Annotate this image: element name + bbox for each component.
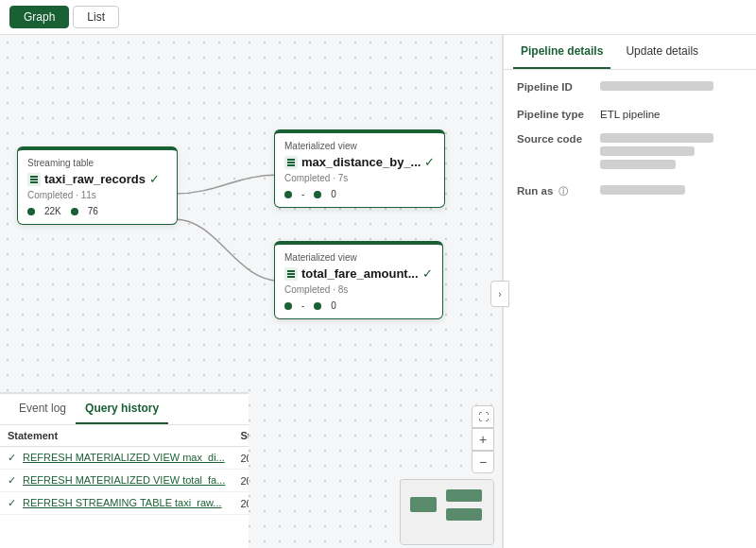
pipeline-id-blur xyxy=(600,81,713,91)
node-type-label: Streaming table xyxy=(27,158,167,168)
stat2: 0 xyxy=(331,300,336,311)
pipeline-type-value: ETL pipeline xyxy=(600,109,743,120)
node-check-icon: ✓ xyxy=(422,266,433,281)
row-status-icon: ✓ xyxy=(8,474,16,486)
node-icon xyxy=(284,267,298,281)
sidebar-collapse-button[interactable]: › xyxy=(490,281,509,307)
node-title: max_distance_by_... xyxy=(301,155,421,169)
pipeline-id-row: Pipeline ID xyxy=(517,81,743,95)
row-status-icon: ✓ xyxy=(8,497,16,508)
dot-green2 xyxy=(314,302,321,310)
stat1: - xyxy=(301,300,304,311)
statement-link[interactable]: REFRESH MATERIALIZED VIEW max_di... xyxy=(23,452,225,463)
cell-statement: ✓ REFRESH MATERIALIZED VIEW total_fa... xyxy=(0,470,232,492)
table-row: ✓ REFRESH MATERIALIZED VIEW total_fa... … xyxy=(0,470,249,492)
main-area: Streaming table taxi_raw_records ✓ Compl… xyxy=(0,35,756,548)
svg-rect-5 xyxy=(287,164,295,166)
dot-green2 xyxy=(71,208,78,215)
dot-green xyxy=(284,302,292,310)
stat1: 22K xyxy=(44,206,61,216)
stat1: - xyxy=(301,189,304,199)
stat2: 76 xyxy=(88,206,98,216)
node-status: Completed · 8s xyxy=(284,284,433,295)
sidebar-content: Pipeline ID Pipeline type ETL pipeline S… xyxy=(504,70,756,224)
list-tab[interactable]: List xyxy=(73,6,119,28)
table-row: ✓ REFRESH MATERIALIZED VIEW max_di... 20… xyxy=(0,447,249,470)
graph-tab[interactable]: Graph xyxy=(9,6,69,28)
run-as-blur xyxy=(600,185,685,195)
cell-started-at: 2024-11-14 12:10:39 xyxy=(232,447,249,470)
sidebar: › Pipeline details Update details Pipeli… xyxy=(503,35,756,548)
node-icon xyxy=(284,156,298,169)
stat2: 0 xyxy=(331,189,336,199)
svg-rect-1 xyxy=(30,179,38,180)
row-status-icon: ✓ xyxy=(8,452,16,463)
pipeline-id-label: Pipeline ID xyxy=(517,81,593,93)
update-details-tab[interactable]: Update details xyxy=(618,35,706,69)
svg-rect-4 xyxy=(287,162,295,163)
node-icon xyxy=(27,173,41,186)
source-code-blur1 xyxy=(600,133,713,143)
bottom-tabs: Event log Query history xyxy=(0,394,249,425)
pipeline-details-tab[interactable]: Pipeline details xyxy=(513,35,610,69)
col-started-at: Started At xyxy=(232,425,249,447)
cell-started-at: 2024-11-14 12:10:39 xyxy=(232,470,249,492)
pipeline-type-row: Pipeline type ETL pipeline xyxy=(517,109,743,120)
node-stats: - 0 xyxy=(284,189,435,199)
query-history-tab[interactable]: Query history xyxy=(76,394,168,424)
svg-rect-0 xyxy=(30,176,38,178)
run-as-label: Run as ⓘ xyxy=(517,185,593,198)
source-code-label: Source code xyxy=(517,133,593,145)
bottom-panel: Event log Query history Statement Starte… xyxy=(0,392,249,548)
svg-rect-8 xyxy=(287,276,295,278)
sidebar-tabs: Pipeline details Update details xyxy=(504,35,756,70)
node-check-icon: ✓ xyxy=(149,172,160,186)
dot-green xyxy=(27,208,35,215)
toolbar: Graph List xyxy=(0,0,756,35)
statement-link[interactable]: REFRESH STREAMING TABLE taxi_raw... xyxy=(23,497,221,508)
node-title: total_fare_amount... xyxy=(301,266,419,281)
node-status: Completed · 11s xyxy=(27,190,167,200)
minimap-controls: ⛶ + − xyxy=(472,405,494,473)
node-type-label: Materialized view xyxy=(284,141,435,151)
source-code-blur3 xyxy=(600,160,676,169)
mat-view-1-node[interactable]: Materialized view max_distance_by_... ✓ … xyxy=(274,129,445,208)
dot-green xyxy=(284,191,292,198)
node-stats: - 0 xyxy=(284,300,433,311)
svg-rect-2 xyxy=(30,181,38,183)
graph-canvas[interactable]: Streaming table taxi_raw_records ✓ Compl… xyxy=(0,35,503,548)
svg-rect-7 xyxy=(287,273,295,275)
event-log-tab[interactable]: Event log xyxy=(9,394,76,424)
zoom-out-button[interactable]: − xyxy=(472,451,494,473)
cell-started-at: 2024-11-14 12:10:25 xyxy=(232,492,249,515)
node-title: taxi_raw_records xyxy=(44,172,146,186)
run-as-info-icon: ⓘ xyxy=(558,186,568,197)
minimap xyxy=(400,479,494,545)
cell-statement: ✓ REFRESH STREAMING TABLE taxi_raw... xyxy=(0,492,232,515)
fit-view-button[interactable]: ⛶ xyxy=(472,405,494,428)
svg-rect-3 xyxy=(287,159,295,161)
pipeline-type-label: Pipeline type xyxy=(517,109,593,120)
source-code-blur2 xyxy=(600,146,695,156)
node-type-label: Materialized view xyxy=(284,252,433,263)
cell-statement: ✓ REFRESH MATERIALIZED VIEW max_di... xyxy=(0,447,232,470)
run-as-value xyxy=(600,185,743,199)
node-check-icon: ✓ xyxy=(424,155,435,169)
streaming-table-node[interactable]: Streaming table taxi_raw_records ✓ Compl… xyxy=(17,146,178,225)
node-stats: 22K 76 xyxy=(27,206,167,216)
pipeline-id-value xyxy=(600,81,743,95)
zoom-in-button[interactable]: + xyxy=(472,428,494,451)
svg-rect-6 xyxy=(287,270,295,272)
run-as-row: Run as ⓘ xyxy=(517,185,743,199)
node-status: Completed · 7s xyxy=(284,173,435,183)
query-history-table: Statement Started At Duration Rows read … xyxy=(0,425,249,548)
table-row: ✓ REFRESH STREAMING TABLE taxi_raw... 20… xyxy=(0,492,249,515)
source-code-value xyxy=(600,133,743,172)
dot-green2 xyxy=(314,191,321,198)
statement-link[interactable]: REFRESH MATERIALIZED VIEW total_fa... xyxy=(23,474,225,486)
source-code-row: Source code xyxy=(517,133,743,172)
mat-view-2-node[interactable]: Materialized view total_fare_amount... ✓… xyxy=(274,241,443,319)
col-statement: Statement xyxy=(0,425,232,447)
